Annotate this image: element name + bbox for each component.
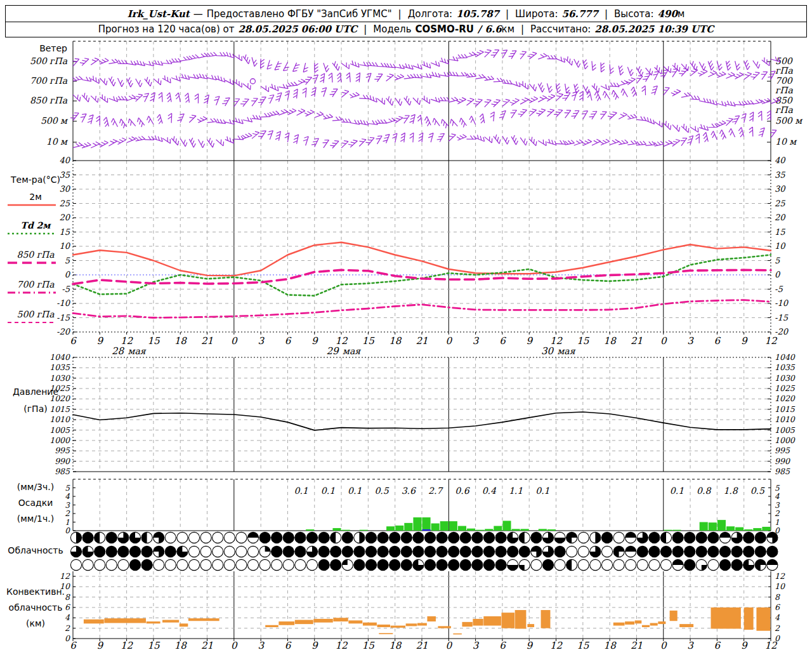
svg-text:990: 990 <box>775 456 790 466</box>
svg-text:0.1: 0.1 <box>535 486 549 496</box>
svg-text:-5: -5 <box>62 284 70 294</box>
svg-text:15: 15 <box>775 227 785 237</box>
svg-text:21: 21 <box>631 335 643 347</box>
wind-barbs-row-2 <box>73 86 780 107</box>
wind-barbs-row-4 <box>73 127 776 148</box>
svg-text:1040: 1040 <box>775 352 796 362</box>
svg-text:1035: 1035 <box>775 362 796 372</box>
svg-text:1005: 1005 <box>49 425 70 435</box>
cloud-row-high <box>70 532 778 543</box>
svg-text:0: 0 <box>65 526 70 535</box>
svg-text:995: 995 <box>775 446 790 455</box>
svg-text:21: 21 <box>201 640 213 650</box>
svg-text:0.5: 0.5 <box>750 486 765 496</box>
svg-text:1010: 1010 <box>775 415 796 424</box>
svg-text:1015: 1015 <box>49 404 70 414</box>
svg-text:3: 3 <box>65 501 70 510</box>
chart-canvas: 40403535303025252020151510105500-5-5-10-… <box>0 0 812 650</box>
svg-text:1030: 1030 <box>49 373 70 383</box>
svg-text:мая: мая <box>343 346 361 356</box>
wind-barbs-row-3 <box>70 109 771 133</box>
temperature-panel <box>73 161 771 332</box>
svg-text:12: 12 <box>121 640 134 650</box>
svg-text:9: 9 <box>97 335 104 347</box>
svg-text:0: 0 <box>660 335 667 347</box>
svg-text:0.1: 0.1 <box>348 486 362 496</box>
svg-text:3: 3 <box>258 640 265 650</box>
svg-text:-10: -10 <box>775 298 789 308</box>
svg-text:4: 4 <box>775 492 780 501</box>
svg-text:21: 21 <box>416 640 428 650</box>
svg-text:35: 35 <box>59 170 70 180</box>
svg-text:1005: 1005 <box>775 425 796 435</box>
svg-text:15: 15 <box>147 640 160 650</box>
svg-text:4: 4 <box>65 613 70 622</box>
svg-text:10: 10 <box>775 241 786 251</box>
svg-text:12: 12 <box>764 335 778 347</box>
svg-text:0.4: 0.4 <box>482 486 497 496</box>
svg-text:-20: -20 <box>56 327 71 336</box>
svg-text:1030: 1030 <box>775 373 796 383</box>
svg-text:0.1: 0.1 <box>670 486 684 496</box>
svg-text:6: 6 <box>499 640 506 650</box>
temp-hour-axis: 6912151821036912151821036912151821036912… <box>70 332 778 357</box>
svg-text:990: 990 <box>55 456 70 466</box>
svg-text:30: 30 <box>541 345 554 357</box>
svg-text:1: 1 <box>65 518 70 527</box>
svg-text:25: 25 <box>59 199 70 208</box>
svg-text:1000: 1000 <box>49 435 70 445</box>
pressure-panel <box>73 357 771 472</box>
svg-text:1.1: 1.1 <box>509 486 523 496</box>
svg-text:1040: 1040 <box>49 352 70 362</box>
svg-text:21: 21 <box>631 640 643 650</box>
cloud-row-low <box>70 559 778 570</box>
svg-text:2: 2 <box>65 623 70 633</box>
svg-text:12: 12 <box>336 640 349 650</box>
svg-text:8: 8 <box>775 592 780 602</box>
svg-text:15: 15 <box>362 335 376 347</box>
svg-text:10: 10 <box>60 581 70 591</box>
svg-text:2.7: 2.7 <box>428 486 443 496</box>
precip-3h-value-labels: 0.10.10.10.53.62.70.60.41.10.10.10.81.80… <box>294 486 765 496</box>
svg-text:18: 18 <box>174 335 188 347</box>
svg-text:29: 29 <box>327 345 340 357</box>
svg-text:1020: 1020 <box>775 394 796 403</box>
svg-text:6: 6 <box>499 335 506 347</box>
svg-text:18: 18 <box>604 335 617 347</box>
svg-text:3: 3 <box>775 501 780 510</box>
svg-text:-15: -15 <box>775 313 789 322</box>
svg-text:1000: 1000 <box>775 435 796 445</box>
svg-text:0.5: 0.5 <box>374 486 389 496</box>
svg-text:10: 10 <box>59 241 70 251</box>
svg-text:6: 6 <box>775 602 780 612</box>
svg-text:12: 12 <box>60 571 70 581</box>
svg-text:18: 18 <box>389 335 402 347</box>
svg-text:3: 3 <box>473 335 480 347</box>
svg-text:6: 6 <box>70 640 77 650</box>
svg-text:6: 6 <box>714 335 721 347</box>
svg-text:21: 21 <box>416 335 428 347</box>
svg-text:0.6: 0.6 <box>455 486 469 496</box>
convective-cloud-blocks <box>84 607 770 634</box>
svg-text:1015: 1015 <box>775 404 796 414</box>
svg-text:6: 6 <box>285 640 292 650</box>
svg-text:0.1: 0.1 <box>321 486 335 496</box>
precip-snow-bar <box>422 529 431 531</box>
svg-text:12: 12 <box>775 571 785 581</box>
svg-text:30: 30 <box>775 184 786 194</box>
svg-text:9: 9 <box>311 640 318 650</box>
svg-text:6: 6 <box>714 640 721 650</box>
svg-text:0: 0 <box>446 640 453 650</box>
svg-text:28: 28 <box>112 345 125 357</box>
svg-text:1035: 1035 <box>49 362 70 372</box>
svg-text:1010: 1010 <box>49 415 70 424</box>
svg-text:9: 9 <box>526 335 533 347</box>
calm-wind-icon <box>250 79 255 84</box>
svg-text:3: 3 <box>473 640 480 650</box>
svg-text:18: 18 <box>174 640 188 650</box>
svg-text:15: 15 <box>362 640 376 650</box>
svg-text:25: 25 <box>775 199 785 208</box>
svg-text:0: 0 <box>446 335 453 347</box>
svg-text:5: 5 <box>65 484 70 493</box>
svg-text:40: 40 <box>59 156 70 165</box>
